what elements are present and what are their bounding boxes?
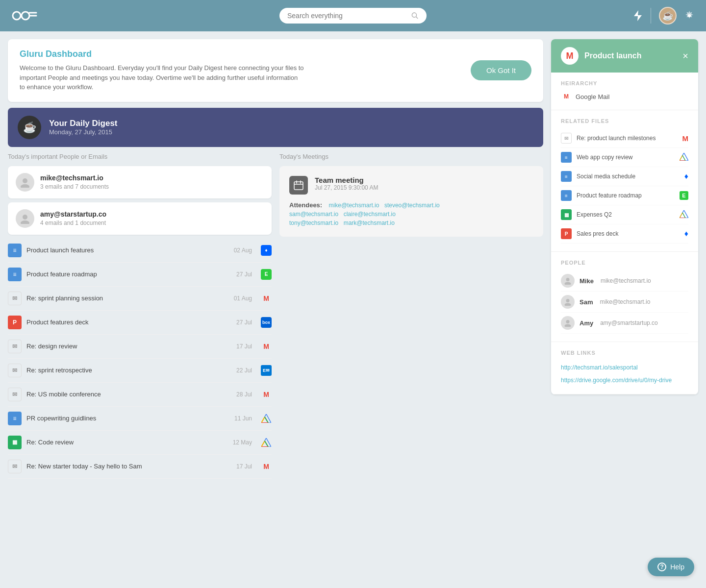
weblinks-title: WEB LINKS	[561, 350, 688, 356]
person-avatar-amy	[16, 209, 34, 228]
people-item[interactable]: Sam mike@techsmart.io	[561, 292, 688, 313]
list-item[interactable]: P Product features deck 27 Jul box	[8, 311, 272, 335]
list-item[interactable]: ✉ Re: New starter today - Say hello to S…	[8, 455, 272, 479]
svg-marker-30	[680, 210, 688, 218]
meeting-header: Team meeting Jul 27, 2015 9:30:00 AM	[289, 176, 533, 195]
doc-icon: ≡	[561, 171, 572, 182]
svg-line-16	[265, 417, 268, 423]
daily-digest: ☕ Your Daily Digest Monday, 27 July, 201…	[8, 108, 543, 147]
digest-text: Your Daily Digest Monday, 27 July, 2015	[49, 119, 118, 136]
svg-point-39	[565, 324, 571, 327]
svg-line-28	[682, 155, 685, 161]
close-button[interactable]: ×	[682, 51, 688, 61]
detail-header-left: M Product launch	[561, 47, 641, 65]
people-section-title: Today's important People or Emails	[8, 153, 272, 160]
file-list: ≡ Product launch features 02 Aug ♦ ≡ Pro…	[8, 239, 272, 479]
file-name: Re: New starter today - Say hello to Sam	[26, 463, 231, 470]
file-date: 17 Jul	[236, 463, 252, 470]
welcome-body: Welcome to the Gluru Dashboard. Everyday…	[20, 63, 304, 92]
file-name: PR copewriting guidlines	[26, 415, 229, 422]
related-file-name: Product feature roadmap	[577, 192, 675, 199]
file-date: 27 Jul	[236, 271, 252, 278]
search-container	[279, 8, 427, 24]
gdrive-badge	[261, 413, 272, 424]
file-date: 22 Jul	[236, 367, 252, 374]
file-date: 17 Jul	[236, 343, 252, 350]
dropbox-badge: ♦	[261, 245, 272, 256]
weblink[interactable]: http://techsmart.io/salesportal	[561, 364, 638, 371]
people-first-name: Sam	[580, 298, 593, 306]
svg-point-0	[13, 12, 21, 20]
attendee-link[interactable]: claire@techsmart.io	[344, 211, 396, 218]
svg-marker-26	[680, 153, 688, 161]
email-icon: ✉	[8, 388, 22, 401]
flash-icon[interactable]	[633, 10, 643, 21]
logo	[12, 8, 39, 24]
list-item[interactable]: ✉ Re: sprint retrospective 22 Jul E✉	[8, 359, 272, 383]
svg-marker-18	[261, 438, 271, 447]
meeting-card[interactable]: Team meeting Jul 27, 2015 9:30:00 AM Att…	[279, 166, 543, 237]
related-file-item[interactable]: ✉ Re: product launch milestones M	[561, 129, 688, 148]
person-name: mike@techsmart.io	[40, 174, 109, 182]
meeting-info: Team meeting Jul 27, 2015 9:30:00 AM	[315, 176, 378, 191]
svg-point-12	[21, 220, 29, 224]
attendee-link[interactable]: steveo@techsmart.io	[384, 202, 440, 209]
attendee-link[interactable]: mark@techsmart.io	[344, 220, 395, 226]
list-item[interactable]: ≡ PR copewriting guidlines 11 Jun	[8, 407, 272, 431]
file-date: 11 Jun	[234, 415, 252, 422]
people-item[interactable]: Mike mike@techsmart.io	[561, 270, 688, 292]
avatar[interactable]: ☕	[659, 7, 677, 24]
attendees-label: Attendees:	[289, 201, 322, 209]
email-icon: ✉	[8, 292, 22, 305]
meeting-time: Jul 27, 2015 9:30:00 AM	[315, 184, 378, 191]
list-item[interactable]: ✉ Re: US mobile conference 28 Jul M	[8, 383, 272, 407]
list-item[interactable]: ▦ Re: Code review 12 May	[8, 431, 272, 455]
related-file-item[interactable]: ≡ Web app copy review	[561, 148, 688, 167]
related-file-name: Re: product launch milestones	[577, 135, 678, 142]
svg-point-38	[566, 320, 570, 323]
detail-header: M Product launch ×	[551, 39, 698, 73]
people-title: PEOPLE	[561, 260, 688, 266]
weblink[interactable]: https://drive.google.com/drive/u/0/my-dr…	[561, 377, 672, 384]
main-content: Gluru Dashboard Welcome to the Gluru Das…	[0, 31, 706, 487]
help-button[interactable]: ? Help	[648, 558, 694, 576]
person-card-mike[interactable]: mike@techsmart.io 3 emails and 7 documen…	[8, 166, 272, 198]
related-file-item[interactable]: ≡ Product feature roadmap E	[561, 186, 688, 205]
dropbox-service-badge: ♦	[684, 172, 688, 181]
people-first-name: Mike	[580, 277, 594, 285]
person-card-amy[interactable]: amy@starstartup.co 4 emails and 1 docume…	[8, 202, 272, 235]
search-input[interactable]	[287, 12, 407, 20]
dropbox-service-badge: ♦	[684, 229, 688, 238]
svg-line-6	[416, 17, 418, 18]
list-item[interactable]: ✉ Re: sprint planning session 01 Aug M	[8, 287, 272, 311]
svg-marker-7	[634, 10, 642, 21]
related-file-item[interactable]: ≡ Social media schedule ♦	[561, 167, 688, 186]
svg-line-31	[680, 213, 682, 218]
list-item[interactable]: ✉ Re: design review 17 Jul M	[8, 335, 272, 359]
people-avatar	[561, 274, 575, 288]
svg-line-27	[680, 155, 682, 161]
svg-point-1	[22, 12, 29, 20]
hierarchy-icon: M	[561, 91, 572, 102]
attendee-link[interactable]: mike@techsmart.io	[329, 202, 379, 209]
attendee-link[interactable]: sam@techsmart.io	[289, 211, 338, 218]
doc-icon: ≡	[561, 190, 572, 201]
detail-panel: M Product launch × HEIRARCHY M Google Ma…	[551, 39, 698, 394]
ok-got-it-button[interactable]: Ok Got It	[471, 60, 531, 80]
box-badge: box	[261, 317, 272, 328]
people-section: PEOPLE Mike mike@techsmart.io Sam mike@t…	[551, 252, 698, 342]
attendee-link[interactable]: tony@techsmart.io	[289, 220, 338, 226]
settings-icon[interactable]	[684, 11, 694, 21]
gmail-service-badge: M	[682, 134, 689, 143]
digest-date: Monday, 27 July, 2015	[49, 128, 118, 136]
related-file-item[interactable]: P Sales pres deck ♦	[561, 224, 688, 244]
list-item[interactable]: ≡ Product feature roadmap 27 Jul E	[8, 263, 272, 287]
file-name: Re: Code review	[26, 439, 228, 446]
related-file-item[interactable]: ▦ Expenses Q2	[561, 205, 688, 224]
file-date: 12 May	[233, 439, 252, 446]
gdrive-service-badge	[680, 153, 688, 162]
list-item[interactable]: ≡ Product launch features 02 Aug ♦	[8, 239, 272, 263]
svg-line-32	[682, 213, 685, 218]
people-item[interactable]: Amy amy@smartstartup.co	[561, 313, 688, 334]
gdrive-service-badge	[680, 210, 688, 220]
